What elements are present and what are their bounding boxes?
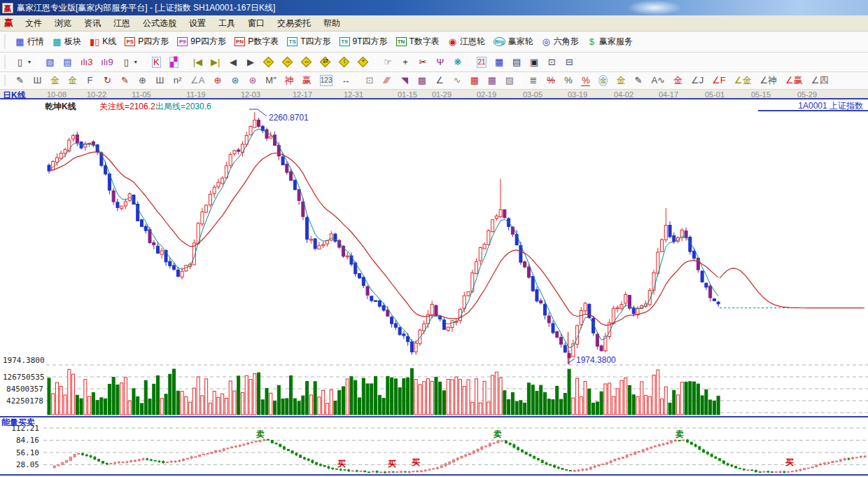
bars-3-button[interactable]: ılı3 [76,55,97,69]
calculator-button[interactable]: ▦ [491,55,508,69]
winner-service-button[interactable]: $赢家服务 [583,34,637,50]
window-title: 赢家江恩专业版[赢家内部服务平台] - [上证指数 SH1A0001-167日K… [17,2,275,14]
web-blue-button[interactable]: ⊛ [226,74,244,88]
chart-canvas[interactable] [0,99,868,477]
target-red-button[interactable]: ⊕ [209,74,226,88]
t-number-table-button[interactable]: TNT数字表 [392,34,444,50]
nav-prev-button[interactable]: ◀ [224,55,241,69]
comb-button[interactable]: Ш [29,74,46,88]
grid-red-button[interactable]: ▦ [465,74,483,88]
grid-purple-button[interactable]: ▦ [483,74,500,88]
colorchart-active-button[interactable]: ▞ [165,55,183,70]
wave-button[interactable]: ∿ [448,74,465,88]
fan-red-button[interactable]: ∕∕∕ [378,74,396,88]
9p-square-button[interactable]: P99P四方形 [173,34,230,50]
menu-item-工具[interactable]: 工具 [212,16,241,30]
nav-first-button[interactable]: |◀ [189,55,206,69]
win-grid-button[interactable]: 赢 [298,74,316,88]
export-button[interactable]: ⊡ [543,55,561,69]
a-wave-button[interactable]: A∿ [647,74,669,88]
kline-button[interactable]: ▮▯K线 [85,34,120,50]
web-box-button[interactable]: ▩ [413,74,430,88]
menu-item-设置[interactable]: 设置 [183,16,212,30]
angle-f-button[interactable]: ∠F [708,74,730,88]
calendar-21-button[interactable]: 21 [472,55,490,70]
pen-angle-button[interactable]: ✎ [629,74,647,88]
period-candle-button[interactable]: ▯▾ [11,55,35,69]
9t-square-button[interactable]: T99T四方形 [335,34,392,50]
hatch-button[interactable]: ▨ [500,74,518,88]
span-arrows-button[interactable]: ↔ [337,74,354,88]
angle-si-button[interactable]: ∠四 [807,74,833,88]
gold-red-button[interactable]: 金 [669,74,687,88]
pen-red-button[interactable]: ✎ [116,74,134,88]
menu-item-浏览[interactable]: 浏览 [48,16,78,30]
snip-button[interactable]: ✂ [414,55,431,69]
crosshair-button[interactable]: + [396,55,414,69]
ruler-123-button[interactable]: 123 [316,73,337,88]
angle-win-button[interactable]: ∠赢 [781,74,807,88]
kchart-active-button[interactable]: K [148,55,165,70]
t-square-button[interactable]: TST四方形 [283,34,335,50]
fan-tri-button[interactable]: ◥ [396,74,413,88]
angle-a-button[interactable]: ∠A [186,74,209,88]
winner-wheel-button[interactable]: Big赢家轮 [489,34,538,50]
menu-item-文件[interactable]: 文件 [19,16,48,30]
pct-red-button[interactable]: % [577,74,594,88]
p-number-table-button[interactable]: PNP数字表 [230,34,283,50]
comb-2-button[interactable]: Ш [151,74,169,88]
shen-grid-button[interactable]: 神 [281,74,298,88]
gold-lines-button[interactable]: 金 [612,74,629,88]
angle-j-button[interactable]: ∠J [687,74,708,88]
n-squared-button[interactable]: n² [169,74,186,88]
nav-next-button[interactable]: ▶ [241,55,259,69]
sectors-button[interactable]: ▩板块 [48,34,85,50]
zoom-vertical-button[interactable]: ↕ [335,55,354,69]
strike-pct-button[interactable]: % [542,74,559,88]
zoom-all-button[interactable]: + [354,55,372,69]
window-zigzag-icon: ▧ [46,57,55,67]
m-wave-button[interactable]: M″ [261,74,280,88]
angle-shen-button[interactable]: ∠神 [755,74,781,88]
gann-wheel-button[interactable]: ◉江恩轮 [444,34,489,50]
gold-comb-2-button[interactable]: 金 [64,74,81,88]
f-comb-button[interactable]: F [81,74,99,88]
print-button[interactable]: ⊟ [561,55,578,69]
angle-gold-button[interactable]: ∠金 [730,74,756,88]
spiral-button[interactable]: ↻ [99,74,116,88]
gold-comb-button[interactable]: 金 [46,74,64,88]
bars-9-button[interactable]: ılı9 [97,55,117,69]
angle-line-button[interactable]: ∠ [430,74,448,88]
window-zigzag-button[interactable]: ▧ [41,55,59,69]
p-square-button[interactable]: PSP四方形 [120,34,173,50]
circle-cross-button[interactable]: ⊕ [134,74,151,88]
pct-button[interactable]: % [559,74,577,88]
report-button[interactable]: ▤ [508,55,526,69]
save-button[interactable]: ▣ [526,55,543,69]
strike-pct-icon: % [546,76,555,85]
menu-item-公式选股[interactable]: 公式选股 [136,16,183,30]
tool-clamp-button[interactable]: Ψ [431,55,449,69]
gold-circle-button[interactable]: 金 [594,73,612,88]
zoom-right-button[interactable]: → [278,55,297,69]
nav-last-button[interactable]: ▶| [206,55,224,69]
quotes-button[interactable]: ▦行情 [11,34,48,50]
candle-style-button[interactable]: ▯▾ [118,55,141,69]
zoom-left-button[interactable]: ← [259,55,278,69]
hexagon-button[interactable]: ◎六角形 [538,34,583,50]
scale-bars-button[interactable]: ≣ [524,74,542,88]
menu-item-窗口[interactable]: 窗口 [241,16,271,30]
pan-hand-button[interactable]: ☞ [379,55,396,69]
zoom-horizontal-button[interactable]: ↔ [297,55,316,69]
menu-item-交易委托[interactable]: 交易委托 [271,16,317,30]
zoom-swap-button[interactable]: ⇄ [316,55,335,69]
web-red-button[interactable]: ⊛ [244,74,261,88]
sell-signal: 卖 [493,429,502,441]
menu-item-江恩[interactable]: 江恩 [107,16,136,30]
menu-item-帮助[interactable]: 帮助 [317,16,346,30]
pen-button[interactable]: ✎ [11,74,29,88]
info-doc-button[interactable]: ▤ [59,55,76,69]
tool-brain-button[interactable]: ❋ [449,55,466,69]
box-corners-button[interactable]: ⊡ [360,74,378,88]
menu-item-资讯[interactable]: 资讯 [78,16,107,30]
